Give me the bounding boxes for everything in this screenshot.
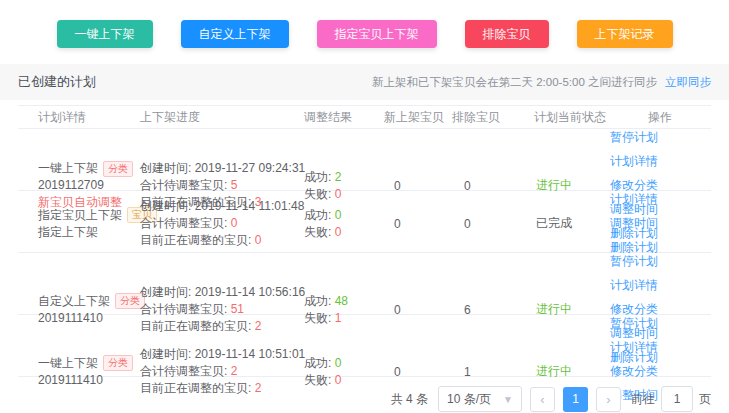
prev-page-button[interactable]: ‹ xyxy=(530,387,555,412)
chevron-right-icon: › xyxy=(606,392,610,407)
excluded-count: 0 xyxy=(440,217,516,231)
plan-name: 指定宝贝上下架 xyxy=(38,207,122,224)
pending-value: 2 xyxy=(231,364,238,378)
plan-detail-link[interactable]: 计划详情 xyxy=(610,277,658,294)
success-label: 成功: xyxy=(304,208,331,222)
fail-label: 失败: xyxy=(304,225,331,239)
specified-item-updown-button[interactable]: 指定宝贝上下架 xyxy=(317,20,437,48)
sync-note: 新上架和已下架宝贝会在第二天 2:00-5:00 之间进行同步 xyxy=(372,75,657,90)
created-value: 2019-11-27 09:24:31 xyxy=(195,161,306,175)
adjusting-value: 0 xyxy=(255,233,262,247)
plan-detail-link[interactable]: 计划详情 xyxy=(610,153,658,170)
created-value: 2019-11-14 10:56:16 xyxy=(195,285,306,299)
plan-tag: 分类 xyxy=(103,355,133,371)
created-label: 创建时间: xyxy=(140,285,191,299)
created-label: 创建时间: xyxy=(140,161,191,175)
status-badge: 进行中 xyxy=(536,178,572,192)
success-value: 0 xyxy=(335,208,342,222)
pending-label: 合计待调整宝贝: xyxy=(140,364,227,378)
table-header-row: 计划详情 上下架进度 调整结果 新上架宝贝 排除宝贝 计划当前状态 操作 xyxy=(18,105,711,129)
status-badge: 已完成 xyxy=(536,216,572,230)
custom-updown-button[interactable]: 自定义上下架 xyxy=(181,20,289,48)
adjusting-label: 目前正在调整的宝贝: xyxy=(140,319,251,333)
edit-category-link[interactable]: 修改分类 xyxy=(610,363,658,380)
plans-table: 计划详情 上下架进度 调整结果 新上架宝贝 排除宝贝 计划当前状态 操作 一键上… xyxy=(18,105,711,377)
updown-records-button[interactable]: 上下架记录 xyxy=(577,20,673,48)
chevron-down-icon: ▼ xyxy=(503,394,513,405)
adjust-time-link[interactable]: 调整时间 xyxy=(610,215,658,232)
one-key-updown-button[interactable]: 一键上下架 xyxy=(57,20,153,48)
fail-value: 0 xyxy=(335,373,342,387)
panel-title: 已创建的计划 xyxy=(18,73,96,91)
goto-label: 前往 xyxy=(631,391,655,408)
page-size-value: 10 条/页 xyxy=(447,391,491,408)
plan-name: 自定义上下架 xyxy=(38,293,110,310)
total-count-label: 共 4 条 xyxy=(391,391,428,408)
success-value: 48 xyxy=(335,294,348,308)
pagination: 共 4 条 10 条/页 ▼ ‹ 1 › 前往 页 xyxy=(0,386,711,412)
adjusting-label: 目前正在调整的宝贝: xyxy=(140,381,251,395)
exclude-items-button[interactable]: 排除宝贝 xyxy=(465,20,549,48)
goto-suffix: 页 xyxy=(699,391,711,408)
pending-label: 合计待调整宝贝: xyxy=(140,216,227,230)
success-label: 成功: xyxy=(304,170,331,184)
toolbar: 一键上下架 自定义上下架 指定宝贝上下架 排除宝贝 上下架记录 xyxy=(0,0,729,48)
excluded-count: 1 xyxy=(440,365,516,379)
header-progress: 上下架进度 xyxy=(136,109,296,126)
table-row: 自定义上下架 分类 2019111410 创建时间: 2019-11-14 10… xyxy=(18,253,711,315)
plan-id: 2019111410 xyxy=(38,310,136,327)
new-items-count: 0 xyxy=(374,303,440,317)
success-label: 成功: xyxy=(304,356,331,370)
created-value: 2019-11-14 10:51:01 xyxy=(195,347,306,361)
pending-value: 51 xyxy=(231,302,244,316)
plan-name: 一键上下架 xyxy=(38,160,98,177)
pending-label: 合计待调整宝贝: xyxy=(140,302,227,316)
panel-header: 已创建的计划 新上架和已下架宝贝会在第二天 2:00-5:00 之间进行同步 立… xyxy=(0,64,729,100)
header-actions: 操作 xyxy=(596,109,711,126)
adjusting-value: 2 xyxy=(255,381,262,395)
excluded-count: 0 xyxy=(440,179,516,193)
fail-value: 0 xyxy=(335,225,342,239)
plan-id: 2019111410 xyxy=(38,372,136,389)
header-status: 计划当前状态 xyxy=(516,109,596,126)
plan-detail-link[interactable]: 计划详情 xyxy=(610,191,658,208)
fail-label: 失败: xyxy=(304,187,331,201)
sync-now-link[interactable]: 立即同步 xyxy=(665,75,711,90)
page-size-select[interactable]: 10 条/页 ▼ xyxy=(438,386,522,412)
page-number-1[interactable]: 1 xyxy=(563,387,588,412)
header-plan-detail: 计划详情 xyxy=(18,109,136,126)
chevron-left-icon: ‹ xyxy=(540,392,544,407)
new-items-count: 0 xyxy=(374,179,440,193)
plan-detail-link[interactable]: 计划详情 xyxy=(610,339,658,356)
fail-value: 0 xyxy=(335,187,342,201)
plan-name: 一键上下架 xyxy=(38,355,98,372)
success-value: 0 xyxy=(335,356,342,370)
fail-label: 失败: xyxy=(304,373,331,387)
created-label: 创建时间: xyxy=(140,347,191,361)
plan-tag: 分类 xyxy=(103,161,133,177)
plan-id: 指定上下架 xyxy=(38,224,136,241)
fail-label: 失败: xyxy=(304,311,331,325)
pending-label: 合计待调整宝贝: xyxy=(140,178,227,192)
created-value: 2019-11-14 11:01:48 xyxy=(195,199,305,213)
pending-value: 0 xyxy=(231,216,238,230)
plan-id: 2019112709 xyxy=(38,177,136,194)
header-excluded: 排除宝贝 xyxy=(440,109,516,126)
pause-plan-link[interactable]: 暂停计划 xyxy=(610,129,658,146)
pause-plan-link[interactable]: 暂停计划 xyxy=(610,253,658,270)
fail-value: 1 xyxy=(335,311,342,325)
header-result: 调整结果 xyxy=(296,109,374,126)
pending-value: 5 xyxy=(231,178,238,192)
new-items-count: 0 xyxy=(374,365,440,379)
status-badge: 进行中 xyxy=(536,364,572,378)
success-label: 成功: xyxy=(304,294,331,308)
new-items-count: 0 xyxy=(374,217,440,231)
table-row: 一键上下架 分类 2019112709 新宝贝自动调整 创建时间: 2019-1… xyxy=(18,129,711,191)
header-new-items: 新上架宝贝 xyxy=(374,109,440,126)
success-value: 2 xyxy=(335,170,342,184)
adjusting-value: 2 xyxy=(255,319,262,333)
next-page-button[interactable]: › xyxy=(596,387,621,412)
pause-plan-link[interactable]: 暂停计划 xyxy=(610,315,658,332)
goto-page-input[interactable] xyxy=(661,386,693,412)
excluded-count: 6 xyxy=(440,303,516,317)
